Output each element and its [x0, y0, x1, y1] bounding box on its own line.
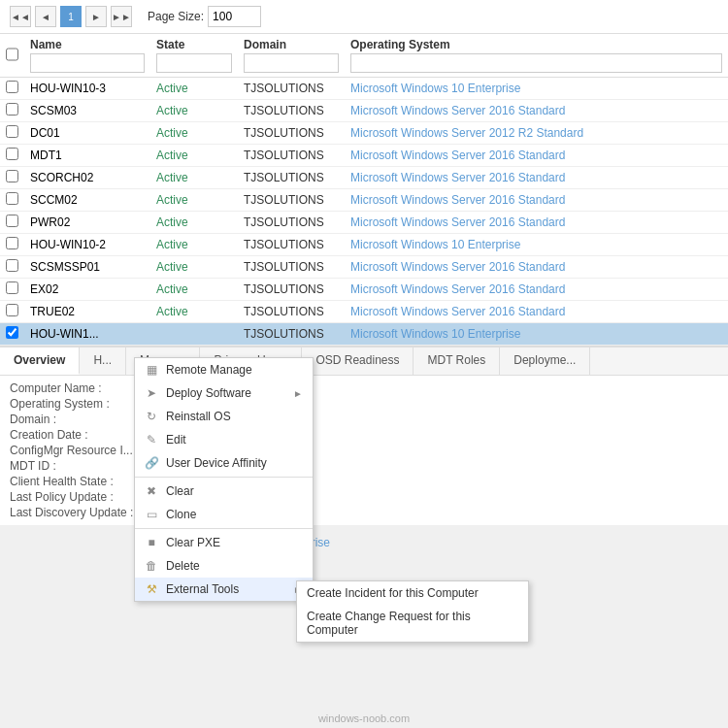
- ctx-item-clear[interactable]: ✖Clear: [135, 480, 313, 503]
- table-row[interactable]: MDT1 Active TJSOLUTIONS Microsoft Window…: [0, 145, 728, 167]
- table-row[interactable]: TRUE02 Active TJSOLUTIONS Microsoft Wind…: [0, 301, 728, 323]
- first-page-btn[interactable]: ◄◄: [10, 6, 31, 27]
- submenu-item-create-change-request[interactable]: Create Change Request for this Computer: [297, 605, 528, 642]
- last-policy-label: Last Policy Update :: [10, 490, 146, 504]
- detail-panel: OverviewH...ManagerPrimary UsersOSD Read…: [0, 347, 728, 525]
- row-os: Microsoft Windows 10 Enterprise: [345, 78, 728, 100]
- row-os: Microsoft Windows Server 2016 Standard: [345, 256, 728, 279]
- table-row[interactable]: DC01 Active TJSOLUTIONS Microsoft Window…: [0, 122, 728, 145]
- row-name: TRUE02: [24, 301, 150, 323]
- row-name: SCSMSSP01: [24, 256, 150, 279]
- row-domain: TJSOLUTIONS: [238, 122, 345, 145]
- next-page-btn[interactable]: ►: [85, 6, 107, 27]
- table-row[interactable]: SCORCH02 Active TJSOLUTIONS Microsoft Wi…: [0, 167, 728, 189]
- tab-deployment[interactable]: Deployme...: [500, 347, 590, 375]
- row-checkbox[interactable]: [6, 304, 18, 316]
- row-os: Microsoft Windows Server 2012 R2 Standar…: [345, 122, 728, 145]
- row-os: Microsoft Windows 10 Enterprise: [345, 323, 728, 346]
- col-os-filter[interactable]: [350, 53, 722, 73]
- table-row[interactable]: HOU-WIN10-3 Active TJSOLUTIONS Microsoft…: [0, 78, 728, 100]
- table-row[interactable]: SCSMSSP01 Active TJSOLUTIONS Microsoft W…: [0, 256, 728, 279]
- tab-osd-readiness[interactable]: OSD Readiness: [302, 347, 414, 375]
- submenu-item-create-incident[interactable]: Create Incident for this Computer: [297, 581, 528, 605]
- last-discovery-label: Last Discovery Update :: [10, 506, 146, 519]
- row-checkbox[interactable]: [6, 125, 18, 138]
- detail-fields: Computer Name : Operating System : Domai…: [0, 376, 728, 525]
- ctx-item-reinstall-os[interactable]: ↻Reinstall OS: [135, 405, 313, 428]
- col-domain-filter[interactable]: [244, 53, 339, 73]
- row-checkbox[interactable]: [6, 148, 18, 160]
- col-name-filter[interactable]: [30, 53, 145, 73]
- row-os: Microsoft Windows Server 2016 Standard: [345, 145, 728, 167]
- row-domain: TJSOLUTIONS: [238, 256, 345, 279]
- select-all-checkbox[interactable]: [6, 45, 18, 64]
- row-domain: TJSOLUTIONS: [238, 212, 345, 234]
- row-checkbox[interactable]: [6, 215, 18, 227]
- row-checkbox[interactable]: [6, 281, 18, 294]
- watermark: windows-noob.com: [0, 712, 728, 724]
- row-state: Active: [150, 189, 238, 212]
- table-row[interactable]: EX02 Active TJSOLUTIONS Microsoft Window…: [0, 279, 728, 301]
- reinstall-os-icon: ↻: [145, 410, 158, 423]
- tab-mdt-roles[interactable]: MDT Roles: [414, 347, 500, 375]
- row-checkbox[interactable]: [6, 192, 18, 205]
- tab-overview[interactable]: Overview: [0, 347, 80, 375]
- creation-date-row: Creation Date :: [10, 428, 718, 442]
- ctx-item-delete[interactable]: 🗑Delete: [135, 554, 313, 578]
- computer-name-row: Computer Name :: [10, 381, 718, 395]
- external-tools-label: External Tools: [166, 582, 239, 596]
- row-name: SCORCH02: [24, 167, 150, 189]
- row-state: Active: [150, 212, 238, 234]
- page-size-input[interactable]: [208, 6, 261, 27]
- table-row[interactable]: SCCM02 Active TJSOLUTIONS Microsoft Wind…: [0, 189, 728, 212]
- row-domain: TJSOLUTIONS: [238, 145, 345, 167]
- row-checkbox[interactable]: [6, 326, 18, 339]
- ctx-item-user-device[interactable]: 🔗User Device Affinity: [135, 451, 313, 475]
- row-state: Active: [150, 256, 238, 279]
- tab-hardware[interactable]: H...: [80, 347, 126, 375]
- row-domain: TJSOLUTIONS: [238, 100, 345, 122]
- row-checkbox[interactable]: [6, 81, 18, 93]
- computer-table: Name State Domain Operating System HO: [0, 34, 728, 346]
- ctx-item-clear-pxe[interactable]: ■Clear PXE: [135, 531, 313, 554]
- ctx-item-deploy-software[interactable]: ➤Deploy Software►: [135, 381, 313, 405]
- table-row[interactable]: HOU-WIN1... TJSOLUTIONS Microsoft Window…: [0, 323, 728, 346]
- ctx-item-clone[interactable]: ▭Clone: [135, 503, 313, 526]
- ctx-item-remote-manage[interactable]: ▦Remote Manage: [135, 358, 313, 381]
- row-checkbox[interactable]: [6, 259, 18, 272]
- row-checkbox[interactable]: [6, 237, 18, 249]
- row-state: Active: [150, 234, 238, 256]
- edit-icon: ✎: [145, 433, 158, 447]
- row-checkbox[interactable]: [6, 103, 18, 116]
- last-page-btn[interactable]: ►►: [111, 6, 132, 27]
- prev-page-btn[interactable]: ◄: [35, 6, 56, 27]
- ctx-item-external-tools[interactable]: ⚒External Tools►: [135, 578, 313, 601]
- ctx-item-edit[interactable]: ✎Edit: [135, 428, 313, 451]
- clear-icon: ✖: [145, 484, 158, 498]
- row-name: PWR02: [24, 212, 150, 234]
- row-domain: TJSOLUTIONS: [238, 78, 345, 100]
- os-label: Operating System :: [10, 397, 146, 411]
- row-checkbox[interactable]: [6, 170, 18, 182]
- row-state: Active: [150, 122, 238, 145]
- row-os: Microsoft Windows 10 Enterprise: [345, 234, 728, 256]
- clear-pxe-label: Clear PXE: [166, 536, 220, 549]
- current-page-btn[interactable]: 1: [60, 6, 82, 27]
- row-domain: TJSOLUTIONS: [238, 279, 345, 301]
- row-domain: TJSOLUTIONS: [238, 234, 345, 256]
- deploy-software-arrow-icon: ►: [293, 388, 303, 399]
- col-state-filter[interactable]: [156, 53, 232, 73]
- os-row: Operating System :: [10, 397, 718, 411]
- creation-date-label: Creation Date :: [10, 428, 146, 442]
- table-row[interactable]: HOU-WIN10-2 Active TJSOLUTIONS Microsoft…: [0, 234, 728, 256]
- row-os: Microsoft Windows Server 2016 Standard: [345, 212, 728, 234]
- user-device-label: User Device Affinity: [166, 456, 267, 470]
- table-row[interactable]: SCSM03 Active TJSOLUTIONS Microsoft Wind…: [0, 100, 728, 122]
- row-name: SCCM02: [24, 189, 150, 212]
- last-discovery-row: Last Discovery Update : 1/26/2018 2:08:3…: [10, 506, 718, 519]
- table-row[interactable]: PWR02 Active TJSOLUTIONS Microsoft Windo…: [0, 212, 728, 234]
- remote-manage-icon: ▦: [145, 363, 158, 377]
- row-name: HOU-WIN1...: [24, 323, 150, 346]
- remote-manage-label: Remote Manage: [166, 363, 252, 377]
- row-os: Microsoft Windows Server 2016 Standard: [345, 100, 728, 122]
